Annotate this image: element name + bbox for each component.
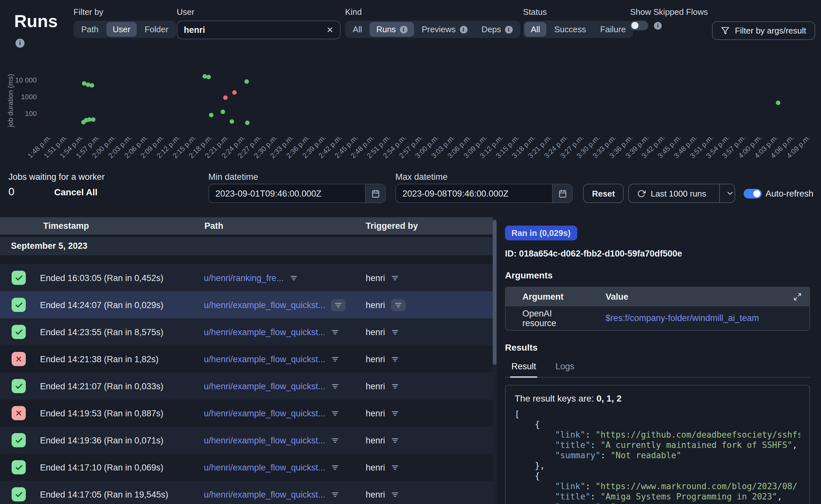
run-row[interactable]: Ended 14:19:36 (Ran in 0,071s)u/henri/ex…: [0, 427, 494, 454]
filter-by-user-icon[interactable]: [391, 274, 399, 282]
code-line: "link": "https://github.com/deadbeefsoci…: [515, 430, 800, 440]
table-scrollbar[interactable]: [493, 217, 497, 504]
scrollbar-thumb[interactable]: [493, 220, 497, 365]
run-path-link[interactable]: u/henri/example_flow_quickst...: [204, 354, 325, 364]
filter-by-path-icon[interactable]: [331, 328, 339, 336]
run-row[interactable]: Ended 14:19:53 (Ran in 0,887s)u/henri/ex…: [0, 400, 494, 427]
run-triggered-by: henri: [366, 354, 385, 364]
run-triggered-by-cell: henri: [366, 264, 399, 291]
success-check-icon: [12, 325, 26, 339]
load-runs-button[interactable]: Last 1000 runs: [628, 184, 735, 203]
cancel-all-button[interactable]: Cancel All: [54, 187, 97, 197]
run-row[interactable]: Ended 14:17:10 (Ran in 0,069s)u/henri/ex…: [0, 454, 494, 481]
filter-by-user-icon[interactable]: [391, 328, 399, 336]
scatter-point-success[interactable]: [244, 79, 249, 83]
load-runs-label: Last 1000 runs: [651, 189, 706, 198]
run-triggered-by-cell: henri: [366, 373, 399, 400]
run-triggered-by: henri: [366, 408, 385, 418]
scatter-point-success[interactable]: [221, 110, 225, 114]
calendar-icon[interactable]: [365, 184, 385, 202]
failure-x-icon: [12, 352, 26, 366]
filter-by-path-icon[interactable]: [331, 382, 339, 390]
filter-by-user-icon[interactable]: [391, 382, 399, 390]
success-check-icon: [12, 298, 26, 312]
filter-by-user-icon[interactable]: [391, 299, 405, 311]
run-path-cell: u/henri/example_flow_quickst...: [204, 400, 339, 427]
filter-by-path-icon[interactable]: [331, 299, 346, 311]
scatter-point-failure[interactable]: [232, 90, 237, 95]
scatter-point-success[interactable]: [206, 75, 211, 80]
tab-result[interactable]: Result: [510, 358, 538, 378]
run-timestamp: Ended 14:23:55 (Ran in 8,575s): [40, 318, 163, 345]
scatter-point-success[interactable]: [89, 83, 94, 88]
run-path-link[interactable]: u/henri/ranking_fre...: [204, 273, 284, 283]
max-datetime-input[interactable]: 2023-09-08T09:46:00.000Z: [395, 184, 573, 203]
chevron-down-icon[interactable]: [719, 184, 735, 202]
run-row[interactable]: Ended 14:23:55 (Ran in 8,575s)u/henri/ex…: [0, 318, 494, 345]
success-check-icon: [12, 460, 26, 474]
run-timestamp: Ended 14:19:53 (Ran in 0,887s): [40, 400, 163, 427]
code-line: },: [515, 461, 800, 471]
filter-by-user-icon[interactable]: [391, 355, 399, 363]
result-keys-line: The result keys are: 0, 1, 2: [515, 393, 800, 403]
run-path-cell: u/henri/example_flow_quickst...: [204, 345, 339, 373]
success-check-icon: [12, 271, 26, 285]
reset-button[interactable]: Reset: [583, 184, 624, 203]
filter-by-path-icon[interactable]: [331, 355, 339, 363]
success-check-icon: [12, 379, 26, 393]
table-header: Timestamp Path Triggered by: [0, 217, 494, 235]
run-duration-badge: Ran in (0,029s): [505, 226, 577, 240]
argument-row: OpenAI resource$res:f/company-folder/win…: [506, 305, 809, 330]
run-path-link[interactable]: u/henri/example_flow_quickst...: [204, 435, 325, 445]
run-path-link[interactable]: u/henri/example_flow_quickst...: [204, 408, 325, 418]
runs-table: Timestamp Path Triggered by September 5,…: [0, 217, 494, 504]
column-path: Path: [204, 217, 223, 235]
runs-page: Runs i Filter by PathUserFolder User hen…: [0, 0, 821, 504]
tab-logs[interactable]: Logs: [554, 358, 576, 377]
run-path-link[interactable]: u/henri/example_flow_quickst...: [204, 489, 325, 499]
code-line: "summary": "Not readable": [515, 451, 800, 461]
success-check-icon: [12, 433, 26, 447]
run-triggered-by: henri: [366, 489, 385, 499]
run-row[interactable]: Ended 16:03:05 (Ran in 0,452s)u/henri/ra…: [0, 264, 494, 291]
run-triggered-by-cell: henri: [366, 318, 399, 345]
code-line: [: [515, 409, 800, 420]
run-triggered-by-cell: henri: [366, 427, 399, 454]
run-path-cell: u/henri/example_flow_quickst...: [204, 291, 346, 318]
scatter-point-failure[interactable]: [223, 96, 228, 100]
scatter-point-success[interactable]: [209, 113, 213, 117]
expand-icon[interactable]: [793, 292, 802, 301]
min-datetime-input[interactable]: 2023-09-01T09:46:00.000Z: [208, 184, 386, 203]
filter-by-user-icon[interactable]: [391, 409, 399, 417]
calendar-icon[interactable]: [552, 184, 572, 202]
max-datetime-value: 2023-09-08T09:46:00.000Z: [396, 189, 552, 198]
run-path-link[interactable]: u/henri/example_flow_quickst...: [204, 462, 325, 472]
filter-by-path-icon[interactable]: [331, 490, 339, 499]
filter-by-path-icon[interactable]: [331, 463, 339, 471]
auto-refresh-toggle[interactable]: [744, 189, 762, 199]
scatter-point-success[interactable]: [91, 117, 95, 122]
run-path-link[interactable]: u/henri/example_flow_quickst...: [204, 381, 325, 391]
argument-value-link[interactable]: $res:f/company-folder/windmill_ai_team: [582, 313, 809, 323]
filter-by-path-icon[interactable]: [289, 274, 298, 282]
filter-by-user-icon[interactable]: [391, 490, 399, 499]
run-row[interactable]: Ended 14:17:05 (Ran in 19,545s)u/henri/e…: [0, 481, 494, 504]
run-path-link[interactable]: u/henri/example_flow_quickst...: [204, 327, 325, 337]
run-row[interactable]: Ended 14:21:07 (Ran in 0,033s)u/henri/ex…: [0, 373, 494, 400]
run-row[interactable]: Ended 14:21:38 (Ran in 1,82s)u/henri/exa…: [0, 345, 494, 373]
filter-by-user-icon[interactable]: [391, 436, 399, 444]
filter-by-path-icon[interactable]: [331, 409, 339, 417]
scatter-point-success[interactable]: [230, 119, 234, 124]
arguments-title: Arguments: [505, 270, 810, 280]
scatter-point-success[interactable]: [776, 101, 780, 105]
run-triggered-by: henri: [366, 327, 385, 337]
y-axis-title: job duration (ms): [6, 62, 14, 139]
scatter-point-success[interactable]: [245, 121, 249, 125]
result-keys: 0, 1, 2: [597, 393, 622, 403]
run-timestamp: Ended 14:21:07 (Ran in 0,033s): [40, 373, 163, 400]
filter-by-path-icon[interactable]: [331, 436, 339, 444]
run-path-link[interactable]: u/henri/example_flow_quickst...: [204, 300, 325, 310]
code-line: "link": "https://www.markround.com/blog/…: [515, 481, 800, 492]
run-row[interactable]: Ended 14:24:07 (Ran in 0,029s)u/henri/ex…: [0, 291, 494, 318]
filter-by-user-icon[interactable]: [391, 463, 399, 471]
